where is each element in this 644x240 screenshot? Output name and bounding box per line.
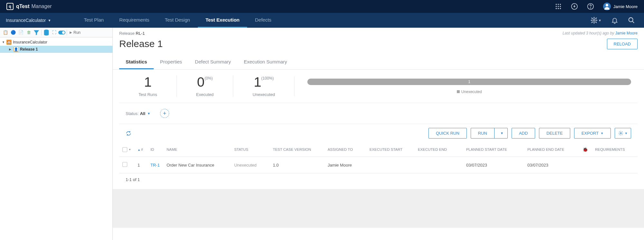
refresh-icon[interactable] [126,130,131,136]
search-icon[interactable] [628,17,635,24]
nav-right: ▼ [591,17,644,24]
svg-point-13 [593,19,595,21]
run-button[interactable]: RUN ▼ [471,128,508,139]
cell-exec-start [366,157,415,173]
svg-point-5 [560,6,561,7]
avatar-icon [603,3,611,10]
add-filter-button[interactable]: + [160,109,169,118]
tab-statistics[interactable]: Statistics [119,55,154,69]
stat-testruns: 1 Test Runs [126,75,177,97]
user-menu[interactable]: Jamie Moore [603,3,638,10]
tree-release[interactable]: ▶ 👤 Release 1 [0,46,112,53]
stat-executed: 0(0%) Executed [177,75,233,97]
new-suite-icon[interactable]: 📋 [2,29,9,36]
status-value[interactable]: All [140,111,145,116]
col-num[interactable]: ▲# [134,142,147,157]
logo-text: qTestManager [16,4,52,9]
toggle-icon[interactable] [58,29,65,36]
gear-icon [591,17,598,24]
project-dropdown[interactable]: InsuranceCalculator ▼ [0,18,57,23]
svg-point-8 [560,8,561,9]
top-right: Jamie Moore [555,3,638,10]
chevron-down-icon[interactable]: ▼ [496,129,507,138]
chevron-down-icon: ▼ [598,19,601,22]
release-icon: 👤 [14,47,19,52]
nav-tab-testplan[interactable]: Test Plan [76,13,111,28]
table-row[interactable]: 1 TR-1 Order New Car Insurance Unexecute… [119,157,638,173]
cell-plan-end: 03/07/2023 [524,157,579,173]
col-name[interactable]: NAME [163,142,231,157]
help-icon[interactable] [587,3,594,10]
chevron-down-icon: ▼ [48,19,51,22]
project-name: InsuranceCalculator [6,18,46,23]
nav-tab-testexecution[interactable]: Test Execution [198,13,247,28]
col-plan-start[interactable]: PLANNED START DATE [463,142,524,157]
db-icon[interactable] [43,29,50,36]
sub-tabs: Statistics Properties Defect Summary Exe… [113,55,644,70]
export-button[interactable]: EXPORT ▼ [574,128,611,139]
col-req[interactable]: REQUIREMENTS [592,142,638,157]
chevron-down-icon: ▼ [625,132,628,135]
download-icon[interactable] [571,3,578,10]
svg-point-6 [556,8,557,9]
expand-icon[interactable]: ▶ [9,48,12,51]
logo-product: Manager [31,4,52,9]
filter-icon[interactable] [33,29,40,36]
col-tcv[interactable]: TEST CASE VERSION [270,142,324,157]
run-button[interactable]: ▶ Run [70,30,81,35]
logo[interactable]: q qTestManager [6,3,52,10]
col-plan-end[interactable]: PLANNED END DATE [524,142,579,157]
col-exec-end[interactable]: EXECUTED END [415,142,463,157]
nav-tab-requirements[interactable]: Requirements [111,13,157,28]
table-settings-button[interactable]: ▼ [615,128,631,139]
add-button[interactable]: ADD [512,128,535,139]
tab-execution-summary[interactable]: Execution Summary [237,55,293,69]
title-row: Release 1 RELOAD [113,36,644,55]
settings-dropdown[interactable]: ▼ [591,17,601,24]
cell-name: Order New Car Insurance [163,157,231,173]
legend-square [457,90,460,93]
svg-point-17 [62,31,65,34]
collapse-icon[interactable]: ▼ [2,41,5,44]
new-cycle-icon[interactable]: 🔵 [10,29,17,36]
logo-brand: qTest [16,4,29,9]
expand-icon[interactable]: ⛶ [51,29,58,36]
select-all-checkbox[interactable]: ▼ [122,147,131,152]
quick-run-button[interactable]: QUICK RUN [428,128,467,139]
content: Last updated 3 hour(s) ago by Jamie Moor… [113,28,644,240]
col-defects[interactable]: 🐞 [579,142,592,157]
nav-tab-defects[interactable]: Defects [247,13,279,28]
col-status[interactable]: STATUS [231,142,270,157]
pagination: 1-1 of 1 [119,173,638,186]
svg-point-2 [560,4,561,5]
svg-point-14 [629,18,633,22]
delete-button[interactable]: DELETE [539,128,570,139]
cell-status: Unexecuted [234,163,256,168]
bell-icon[interactable] [611,17,618,24]
col-id[interactable]: ID [147,142,163,157]
tree: ▼ 🏠 InsuranceCalculator ▶ 👤 Release 1 [0,37,112,54]
tab-properties[interactable]: Properties [154,55,188,69]
separator [67,30,67,35]
chevron-down-icon[interactable]: ▼ [129,148,131,151]
col-assigned[interactable]: ASSIGNED TO [324,142,366,157]
breadcrumb: Release RL-1 [119,31,145,36]
cell-assigned: Jamie Moore [324,157,366,173]
delete-icon[interactable]: 🗑 [25,29,32,36]
chevron-down-icon[interactable]: ▼ [147,112,150,115]
nav-bar: InsuranceCalculator ▼ Test Plan Requirem… [0,13,644,28]
last-updated-user-link[interactable]: Jamie Moore [615,31,638,35]
apps-icon[interactable] [555,3,562,10]
cell-num: 1 [134,157,147,173]
cell-plan-start: 03/07/2023 [463,157,524,173]
tree-root[interactable]: ▼ 🏠 InsuranceCalculator [0,39,112,46]
col-exec-start[interactable]: EXECUTED START [366,142,415,157]
row-checkbox[interactable] [122,162,127,167]
chart-area: 1 Unexecuted [294,79,631,94]
reload-button[interactable]: RELOAD [607,39,638,49]
nav-tab-testdesign[interactable]: Test Design [157,13,198,28]
stat-unexecuted: 1(100%) Unexecuted [233,75,294,97]
cell-id-link[interactable]: TR-1 [150,163,160,168]
add-test-icon[interactable]: 📄 [17,29,24,36]
tab-defect-summary[interactable]: Defect Summary [188,55,237,69]
